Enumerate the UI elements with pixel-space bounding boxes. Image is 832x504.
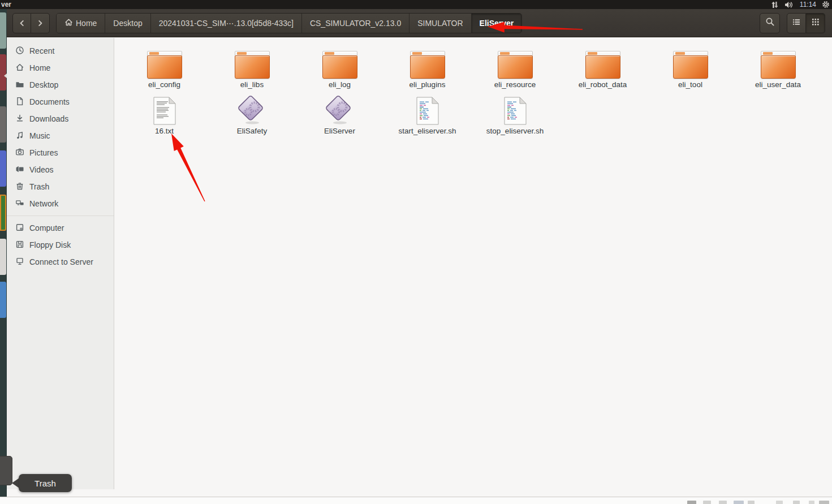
sidebar-item-pictures[interactable]: Pictures [7, 144, 114, 161]
sidebar-item-recent[interactable]: Recent [7, 42, 114, 59]
file-manager-window: HomeDesktop20241031-CS_SIM⋯.13.0[d5d8-43… [7, 9, 832, 497]
folder-icon [761, 47, 796, 79]
breadcrumb-cs-simulator-v2-13-0[interactable]: CS_SIMULATOR_v2.13.0 [302, 14, 409, 33]
sidebar-item-floppy-disk[interactable]: Floppy Disk [7, 236, 114, 253]
taskbar-icon-fragment [703, 501, 711, 504]
sidebar-item-label: Pictures [29, 148, 58, 157]
taskbar-icon-fragment [748, 501, 755, 504]
folder-icon [235, 47, 270, 79]
folder-icon [410, 47, 445, 79]
breadcrumb-20241031-cs-sim-13-0-d5d8-433c-[interactable]: 20241031-CS_SIM⋯.13.0[d5d8-433c] [151, 14, 302, 33]
breadcrumb: HomeDesktop20241031-CS_SIM⋯.13.0[d5d8-43… [56, 13, 522, 33]
sidebar-item-label: Desktop [29, 80, 58, 89]
executable-diamond-icon [236, 93, 269, 125]
sidebar-item-label: Home [29, 63, 50, 72]
sidebar-item-home[interactable]: Home [7, 59, 114, 76]
system-top-bar: ver 11:14 [0, 0, 832, 9]
file-name-label: eli_log [329, 80, 351, 89]
sidebar: RecentHomeDesktopDocumentsDownloadsMusic… [7, 38, 114, 489]
file-item-eli-libs[interactable]: eli_libs [208, 47, 296, 93]
sidebar-item-computer[interactable]: Computer [7, 219, 114, 236]
file-item-eli-plugins[interactable]: eli_plugins [383, 47, 471, 93]
folder-icon [585, 47, 620, 79]
file-item-16-txt[interactable]: 16.txt [120, 93, 208, 140]
sidebar-item-label: Computer [29, 223, 64, 232]
dock-app-icon-7[interactable] [0, 282, 6, 318]
folder-icon [147, 47, 182, 79]
file-grid-area: eli_config eli_libs eli_log eli_plugins … [114, 38, 832, 489]
sidebar-item-desktop[interactable]: Desktop [7, 76, 114, 93]
view-toggle [787, 13, 825, 33]
breadcrumb-home[interactable]: Home [57, 14, 105, 33]
videos-icon [15, 165, 24, 175]
file-item-stop-eliserver-sh[interactable]: stop_eliserver.sh [471, 93, 559, 140]
file-item-eli-resource[interactable]: eli_resource [471, 47, 559, 93]
breadcrumb-simulator[interactable]: SIMULATOR [409, 14, 471, 33]
sidebar-item-downloads[interactable]: Downloads [7, 110, 114, 127]
file-item-eli-log[interactable]: eli_log [296, 47, 383, 93]
breadcrumb-label: CS_SIMULATOR_v2.13.0 [310, 19, 401, 28]
file-item-eli-user-data[interactable]: eli_user_data [734, 47, 822, 93]
grid-view-button[interactable] [806, 13, 825, 33]
search-icon [765, 17, 775, 29]
sidebar-item-network[interactable]: Network [7, 195, 114, 212]
file-item-eli-robot-data[interactable]: eli_robot_data [559, 47, 646, 93]
back-button[interactable] [12, 13, 31, 33]
recent-icon [15, 46, 24, 57]
home-icon [64, 18, 73, 28]
desktop-screen: ver 11:14 [0, 0, 832, 504]
sidebar-item-trash[interactable]: Trash [7, 178, 114, 195]
network-arrows-icon[interactable] [770, 1, 779, 8]
dock-app-icon-5[interactable] [0, 195, 6, 231]
file-name-label: eli_libs [240, 80, 264, 89]
file-item-eli-tool[interactable]: eli_tool [646, 47, 734, 93]
folder-icon [673, 47, 708, 79]
server-icon [15, 257, 24, 268]
clock[interactable]: 11:14 [800, 1, 816, 8]
breadcrumb-label: Desktop [113, 19, 142, 28]
dock-active-marker [4, 74, 7, 78]
file-name-label: EliServer [324, 127, 355, 135]
sidebar-item-label: Documents [29, 97, 70, 106]
breadcrumb-desktop[interactable]: Desktop [105, 14, 150, 33]
taskbar-icon-fragment [719, 501, 727, 504]
shell-script-icon [504, 93, 527, 125]
dock-app-icon-6[interactable] [0, 239, 6, 275]
dock-trash-item[interactable] [0, 456, 12, 485]
file-item-elisafety[interactable]: EliSafety [208, 93, 296, 140]
dock-app-icon-1[interactable] [0, 12, 6, 49]
search-button[interactable] [760, 13, 780, 33]
breadcrumb-label: SIMULATOR [417, 19, 463, 28]
file-item-eli-config[interactable]: eli_config [120, 47, 208, 93]
forward-button[interactable] [31, 13, 50, 33]
taskbar-icon-fragment [734, 501, 744, 504]
sidebar-item-documents[interactable]: Documents [7, 93, 114, 110]
file-item-eliserver[interactable]: EliServer [296, 93, 383, 140]
dock-app-icon-2[interactable] [0, 54, 6, 91]
bottom-screen-strip [0, 497, 832, 504]
sidebar-item-label: Videos [29, 165, 54, 174]
sidebar-item-label: Trash [29, 182, 49, 191]
dock-app-icon-4[interactable] [0, 150, 6, 187]
list-view-icon [792, 18, 801, 29]
file-item-start-eliserver-sh[interactable]: start_eliserver.sh [383, 93, 471, 140]
settings-gear-icon[interactable] [822, 1, 830, 8]
taskbar-icon-fragment [793, 501, 800, 504]
volume-icon[interactable] [784, 1, 794, 8]
list-view-button[interactable] [787, 13, 806, 33]
dock-app-icon-3[interactable] [0, 106, 6, 143]
file-name-label: eli_user_data [755, 80, 801, 89]
sidebar-item-connect-to-server[interactable]: Connect to Server [7, 253, 114, 270]
breadcrumb-eliserver[interactable]: EliServer [472, 14, 522, 33]
file-name-label: start_eliserver.sh [398, 127, 456, 135]
file-name-label: eli_resource [494, 80, 536, 89]
headerbar: HomeDesktop20241031-CS_SIM⋯.13.0[d5d8-43… [7, 9, 832, 37]
executable-diamond-icon [324, 93, 356, 125]
taskbar-icon-fragment [687, 501, 696, 504]
folder-icon [322, 47, 357, 79]
documents-icon [15, 97, 24, 107]
computer-icon [15, 223, 24, 234]
sidebar-item-videos[interactable]: Videos [7, 161, 114, 178]
sidebar-item-label: Music [29, 131, 50, 140]
sidebar-item-music[interactable]: Music [7, 127, 114, 144]
